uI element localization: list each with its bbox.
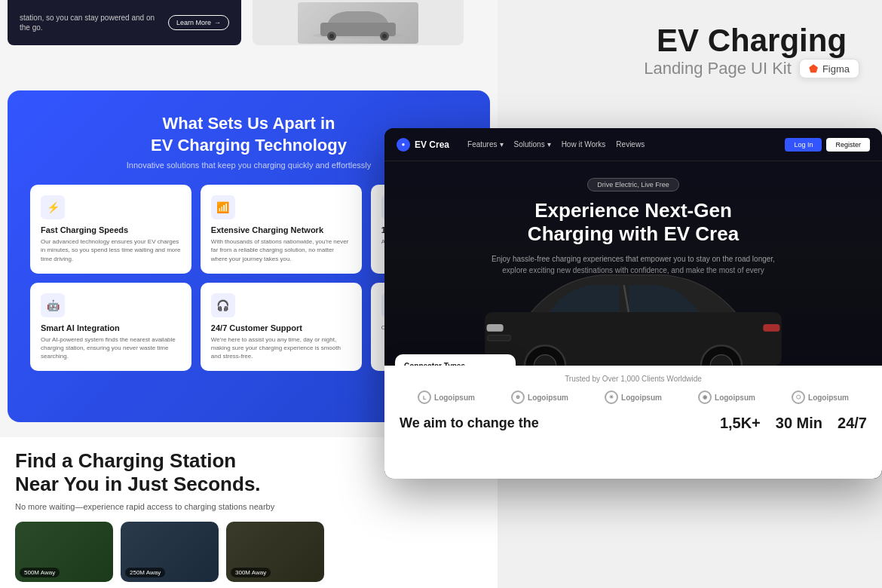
svg-rect-13 xyxy=(487,324,504,332)
nav-solutions[interactable]: Solutions ▾ xyxy=(514,140,551,149)
top-card-text: station, so you can stay powered and on … xyxy=(20,13,159,32)
feature-title-2: Extensive Charging Network xyxy=(211,225,351,234)
logo-item-3: ✳ Logoipsum xyxy=(605,390,662,404)
logo-item-4: ◉ Logoipsum xyxy=(698,390,755,404)
logo-circle-3: ✳ xyxy=(605,390,618,404)
logo-circle-5: ⬡ xyxy=(792,390,805,404)
learn-more-button[interactable]: Learn More → xyxy=(168,15,229,30)
car-thumbnail xyxy=(298,2,418,44)
logo-circle-4: ◉ xyxy=(698,390,712,404)
bottom-white-section: Trusted by Over 1,000 Clients Worldwide … xyxy=(384,366,882,479)
nav-features[interactable]: Features ▾ xyxy=(467,140,503,149)
stat-item-1: 1,5K+ xyxy=(720,415,761,432)
station-label-2: 250M Away xyxy=(125,568,165,577)
we-aim-section: We aim to change the 1,5K+ 30 Min 24/7 xyxy=(400,415,867,432)
sub-title: Landing Page UI Kit ⬟ Figma xyxy=(644,59,859,78)
main-title: EV Charging xyxy=(644,23,859,59)
logo-circle-2: ⊕ xyxy=(511,390,525,404)
top-left-card: station, so you can stay powered and on … xyxy=(8,0,241,45)
feature-card-support: 🎧 24/7 Customer Support We're here to as… xyxy=(201,283,362,372)
feature-desc-2: With thousands of stations nationwide, y… xyxy=(211,237,351,263)
station-label-3: 300M Away xyxy=(231,568,271,577)
register-button[interactable]: Register xyxy=(826,138,870,152)
hero-title: Experience Next-Gen Charging with EV Cre… xyxy=(407,199,859,246)
nav-buttons: Log In Register xyxy=(785,138,870,152)
logo-circle-1: L xyxy=(418,390,431,404)
svg-point-3 xyxy=(329,34,334,38)
feature-desc-4: Our AI-powered system finds the nearest … xyxy=(41,335,181,361)
logos-row: L Logoipsum ⊕ Logoipsum ✳ Logoipsum ◉ Lo… xyxy=(400,390,867,404)
station-image-2: 250M Away xyxy=(121,522,219,582)
logo-item-2: ⊕ Logoipsum xyxy=(511,390,568,404)
stat-value-3: 24/7 xyxy=(838,415,867,432)
trusted-text: Trusted by Over 1,000 Clients Worldwide xyxy=(400,375,867,383)
hero-badge: Drive Electric, Live Free xyxy=(587,178,679,191)
brand-logo: ● EV Crea xyxy=(397,138,449,152)
chevron-icon-2: ▾ xyxy=(547,140,551,149)
svg-point-5 xyxy=(382,34,387,38)
network-icon: 📶 xyxy=(211,195,235,219)
station-images-row: 500M Away 250M Away 300M Away xyxy=(15,522,482,582)
nav-reviews[interactable]: Reviews xyxy=(616,140,645,149)
arrow-icon: → xyxy=(214,19,221,26)
station-image-1: 500M Away xyxy=(15,522,113,582)
svg-rect-14 xyxy=(763,324,779,332)
feature-title-1: Fast Charging Speeds xyxy=(41,225,181,234)
figma-icon: ⬟ xyxy=(809,63,818,75)
logo-item-5: ⬡ Logoipsum xyxy=(792,390,849,404)
nav-how-it-works[interactable]: How it Works xyxy=(562,140,606,149)
stat-item-2: 30 Min xyxy=(776,415,822,432)
fast-charging-icon: ⚡ xyxy=(41,195,65,219)
title-area: EV Charging Landing Page UI Kit ⬟ Figma xyxy=(644,23,859,78)
logo-item-1: L Logoipsum xyxy=(418,390,475,404)
station-label-1: 500M Away xyxy=(20,568,60,577)
chevron-icon: ▾ xyxy=(500,140,504,149)
we-aim-text: We aim to change the xyxy=(400,415,705,432)
support-icon: 🎧 xyxy=(211,293,235,317)
feature-title-5: 24/7 Customer Support xyxy=(211,323,351,332)
login-button[interactable]: Log In xyxy=(785,138,822,152)
ai-icon: 🤖 xyxy=(41,293,65,317)
feature-desc-1: Our advanced technology ensures your EV … xyxy=(41,237,181,263)
stat-value-2: 30 Min xyxy=(776,415,822,432)
feature-card-fast-charging: ⚡ Fast Charging Speeds Our advanced tech… xyxy=(30,185,191,274)
brand-icon: ● xyxy=(397,138,410,152)
browser-nav: ● EV Crea Features ▾ Solutions ▾ How it … xyxy=(384,128,882,161)
top-mid-card xyxy=(253,0,464,45)
stat-item-3: 24/7 xyxy=(838,415,867,432)
ev-browser-mockup: ● EV Crea Features ▾ Solutions ▾ How it … xyxy=(384,128,882,479)
station-image-3: 300M Away xyxy=(226,522,324,582)
bottom-left-subtitle: No more waiting—experience rapid access … xyxy=(15,502,482,511)
feature-title-4: Smart AI Integration xyxy=(41,323,181,332)
stat-value-1: 1,5K+ xyxy=(720,415,761,432)
nav-links: Features ▾ Solutions ▾ How it Works Revi… xyxy=(467,140,773,149)
feature-card-ai: 🤖 Smart AI Integration Our AI-powered sy… xyxy=(30,283,191,372)
feature-desc-5: We're here to assist you any time, day o… xyxy=(211,335,351,361)
svg-rect-15 xyxy=(488,335,511,341)
hero-section: Drive Electric, Live Free Experience Nex… xyxy=(384,161,882,372)
feature-card-network: 📶 Extensive Charging Network With thousa… xyxy=(201,185,362,274)
figma-badge: ⬟ Figma xyxy=(799,59,859,78)
